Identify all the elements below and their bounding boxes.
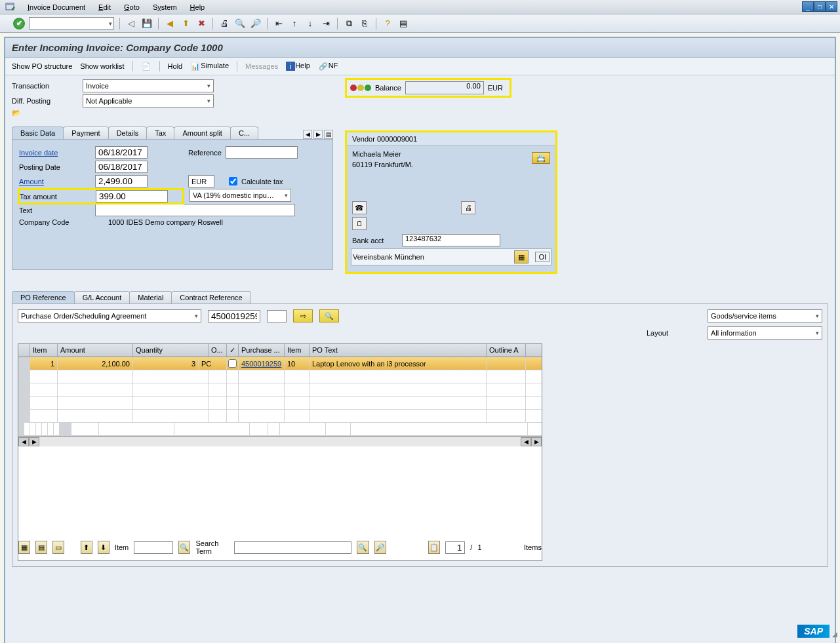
enter-icon[interactable]: ✔	[13, 18, 25, 29]
table-row[interactable]	[18, 397, 542, 410]
show-po-structure-button[interactable]: Show PO structure	[12, 62, 72, 70]
col-flag[interactable]: ✓	[227, 344, 239, 357]
table-row[interactable]	[18, 383, 542, 397]
layout-icon[interactable]: ▤	[397, 18, 409, 29]
prev-page-icon[interactable]: ↑	[289, 18, 300, 29]
menu-goto[interactable]: Goto	[124, 3, 140, 11]
vendor-detail-button[interactable]: 📇	[532, 152, 550, 164]
tab-tax[interactable]: Tax	[146, 127, 174, 139]
tax-code-dropdown[interactable]: VA (19% domestic inpu…▾	[190, 189, 291, 202]
col-po-text[interactable]: PO Text	[310, 344, 487, 357]
col-outline[interactable]: Outline A	[487, 344, 526, 357]
cancel-icon[interactable]: ✖	[195, 18, 207, 29]
scroll-right2-icon[interactable]: ▶	[531, 437, 542, 446]
messages-button[interactable]: Messages	[245, 62, 278, 70]
vendor-calc-icon[interactable]: 🗒	[352, 217, 367, 230]
simulate-button[interactable]: 📊Simulate	[190, 61, 229, 71]
transaction-dropdown[interactable]: Invoice▾	[83, 79, 214, 92]
table-row[interactable]	[18, 370, 542, 383]
tab-details[interactable]: Details	[108, 127, 148, 139]
amount-label[interactable]: Amount	[19, 178, 91, 185]
tab-basic-data[interactable]: Basic Data	[12, 127, 64, 139]
tab-scroll-right-icon[interactable]: ▶	[313, 130, 323, 139]
menu-system[interactable]: System	[153, 3, 177, 11]
item-goto-input[interactable]	[134, 541, 173, 554]
vendor-phone-icon[interactable]: ☎	[352, 201, 367, 214]
layout-dropdown[interactable]: All information▾	[708, 326, 822, 340]
exit-icon[interactable]: ⬆	[180, 18, 191, 29]
app-menu-icon[interactable]	[5, 2, 16, 12]
scroll-left-icon[interactable]: ◀	[18, 437, 29, 446]
table-row[interactable]	[18, 423, 542, 436]
vendor-print-icon[interactable]: 🖨	[461, 201, 475, 214]
find-next-icon[interactable]: 🔎	[250, 18, 262, 29]
tab-list-icon[interactable]: ▤	[324, 130, 333, 139]
back-nav-icon[interactable]: ◀	[164, 18, 176, 29]
scroll-left2-icon[interactable]: ◀	[521, 437, 531, 446]
minimize-button[interactable]: _	[802, 1, 814, 12]
amount-input[interactable]	[95, 175, 148, 187]
tab-amount-split[interactable]: Amount split	[174, 127, 231, 139]
po-search-button[interactable]: 🔍	[319, 309, 339, 322]
po-go-button[interactable]: ⇨	[293, 309, 313, 322]
tab-gl-account[interactable]: G/L Account	[74, 291, 130, 303]
table-row[interactable]	[18, 410, 542, 423]
currency-input[interactable]: EUR	[188, 175, 214, 187]
table-row[interactable]	[60, 423, 542, 436]
sort-desc-icon[interactable]: ⬇	[98, 541, 110, 554]
position-icon[interactable]: 📋	[428, 541, 440, 554]
reference-type-dropdown[interactable]: Purchase Order/Scheduling Agreement▾	[18, 309, 201, 322]
find-icon[interactable]: 🔍	[357, 541, 369, 554]
search-term-input[interactable]	[234, 541, 352, 554]
deselect-all-icon[interactable]: ▤	[35, 541, 47, 554]
resize-handle-icon[interactable]: ◢	[832, 631, 837, 638]
first-page-icon[interactable]: ⇤	[273, 18, 285, 29]
next-page-icon[interactable]: ↓	[304, 18, 316, 29]
help-button[interactable]: iHelp	[286, 62, 310, 71]
diff-posting-dropdown[interactable]: Not Applicable▾	[83, 94, 214, 107]
other-invoice-icon[interactable]: 📄	[141, 61, 151, 71]
tab-scroll-left-icon[interactable]: ◀	[303, 130, 312, 139]
find-next2-icon[interactable]: 🔎	[374, 541, 386, 554]
posting-date-input[interactable]	[95, 161, 148, 173]
tab-po-reference[interactable]: PO Reference	[12, 291, 75, 303]
show-worklist-button[interactable]: Show worklist	[80, 62, 124, 70]
hold-button[interactable]: Hold	[168, 62, 183, 70]
tab-more[interactable]: C...	[230, 127, 258, 139]
menu-edit[interactable]: Edit	[98, 3, 111, 11]
text-input[interactable]	[95, 204, 295, 216]
select-all-icon[interactable]: ▦	[18, 541, 30, 554]
help-icon[interactable]: ?	[382, 18, 393, 29]
menu-invoice-document[interactable]: Invoice Document	[28, 3, 85, 11]
page-current-input[interactable]	[445, 541, 465, 554]
col-quantity[interactable]: Quantity	[133, 344, 209, 357]
invoice-date-input[interactable]	[95, 146, 148, 159]
folder-toggle-icon[interactable]: 📂	[12, 109, 21, 117]
tab-contract-reference[interactable]: Contract Reference	[171, 291, 250, 303]
menu-help[interactable]: Help	[190, 3, 205, 11]
close-button[interactable]: ✕	[826, 1, 837, 12]
po-number-input[interactable]	[208, 310, 260, 322]
delete-row-icon[interactable]: ▭	[52, 541, 64, 554]
last-page-icon[interactable]: ⇥	[320, 18, 332, 29]
col-unit[interactable]: O...	[209, 344, 227, 357]
table-h-scrollbar[interactable]: ◀ ▶ ◀ ▶	[18, 436, 542, 446]
table-row[interactable]: 1 2,100.00 3 PC 4500019259 10 Laptop Len…	[18, 357, 542, 370]
save-icon[interactable]: 💾	[141, 18, 153, 29]
search-item-icon[interactable]: 🔍	[178, 541, 190, 554]
oi-button[interactable]: OI	[535, 252, 550, 262]
command-field[interactable]: ▾	[29, 17, 114, 29]
sort-asc-icon[interactable]: ⬆	[81, 541, 92, 554]
back-icon[interactable]: ◁	[125, 18, 137, 29]
row-flag-checkbox[interactable]	[228, 359, 237, 368]
po-link[interactable]: 4500019259	[241, 360, 281, 368]
table-body[interactable]: 1 2,100.00 3 PC 4500019259 10 Laptop Len…	[18, 357, 542, 534]
col-amount[interactable]: Amount	[58, 344, 133, 357]
reference-input[interactable]	[226, 146, 298, 159]
tax-amount-input[interactable]	[96, 190, 168, 203]
nf-button[interactable]: 🔗NF	[318, 61, 338, 71]
find-icon[interactable]: 🔍	[234, 18, 246, 29]
col-purchase[interactable]: Purchase ...	[239, 344, 285, 357]
calculate-tax-checkbox[interactable]	[229, 177, 237, 185]
po-item-input[interactable]	[267, 310, 287, 322]
